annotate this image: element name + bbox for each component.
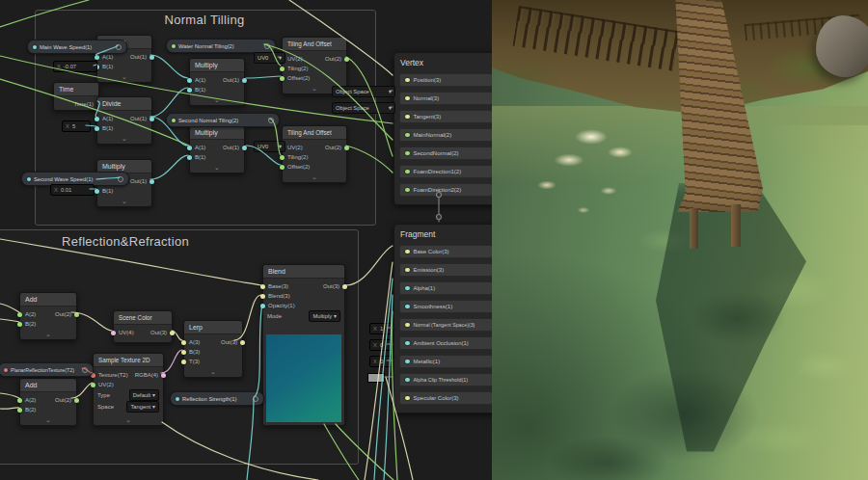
node-add-2[interactable]: Add A(2)Out(2) B(2) ⌄ [19,378,77,426]
collapse-chevron[interactable]: ⌄ [190,164,244,173]
node-tiling-and-offset-2[interactable]: Tiling And Offset UV(2)Out(2) Tiling(2) … [282,125,347,183]
vertex-port-position[interactable]: Position(3) [399,73,492,87]
node-graph-canvas[interactable]: Normal Tilling Reflection&Refraction Mai… [0,0,492,480]
node-sample-texture-2d[interactable]: Sample Texture 2D Texture(T2)RGBA(4) UV(… [93,353,164,426]
collapse-chevron[interactable]: ⌄ [283,173,346,182]
output-port[interactable] [253,396,258,402]
output-port[interactable] [170,331,175,335]
output-port[interactable] [149,179,154,184]
fragment-port-smoothness[interactable]: Smoothness(1) [399,300,492,313]
property-pill-water-normal-tiling[interactable]: Water Normal Tiling(2) [166,39,276,53]
collapse-chevron[interactable]: ⌄ [97,198,151,206]
property-pill-planar-reflection-texture[interactable]: PlanarReflectionTexture(T2) [0,362,94,377]
output-port[interactable] [240,340,245,345]
collapse-chevron[interactable]: ⌄ [94,416,163,425]
input-port[interactable] [17,322,22,327]
input-port[interactable] [187,155,192,160]
input-port[interactable] [187,88,192,93]
property-pill-main-wave-speed[interactable]: Main Wave Speed(1) [27,40,127,54]
ambient-occlusion-field[interactable]: X1 [369,323,393,334]
input-port[interactable] [260,284,265,289]
tangent-space-dropdown[interactable]: Object Space▾ [332,102,395,114]
vertex-port-main-normal[interactable]: MainNormal(2) [399,128,492,142]
collapse-chevron[interactable]: ⌄ [184,368,242,377]
fragment-port-metallic[interactable]: Metallic(1) [399,355,492,368]
output-port[interactable] [344,57,349,62]
node-divide[interactable]: Divide A(1)Out(1) B(1) ⌄ [96,96,152,145]
node-lerp[interactable]: Lerp A(3)Out(3) B(3) T(3) ⌄ [183,320,243,378]
node-multiply-2[interactable]: Multiply A(1)Out(1) B(1) ⌄ [189,58,245,106]
output-port[interactable] [344,146,349,150]
node-multiply-3[interactable]: Multiply A(1)Out(1) B(1) ⌄ [189,125,245,173]
output-port[interactable] [74,398,79,403]
vertex-port-tangent[interactable]: Tangent(3) [399,110,492,123]
input-port[interactable] [187,78,192,83]
collapse-chevron[interactable]: ⌄ [20,331,76,339]
node-time[interactable]: Time Time(1) [53,82,99,111]
output-port[interactable] [342,284,347,289]
normal-space-dropdown[interactable]: Tangent▾ [126,401,159,413]
metallic-field[interactable]: X0 [369,339,393,351]
node-blend[interactable]: Blend Base(3)Out(3) Blend(3) Opacity(1) … [262,264,345,426]
output-port[interactable] [82,367,88,373]
vertex-port-foam-direction-2[interactable]: FoamDirection2(2) [399,183,492,197]
master-node-vertex[interactable]: Vertex Position(3) Normal(3) Tangent(3) … [393,52,492,205]
divide-b-field[interactable]: X5 [62,120,91,132]
specular-color-swatch[interactable] [367,373,385,383]
fragment-port-specular-color[interactable]: Specular Color(3) [399,391,492,405]
output-port[interactable] [161,373,166,378]
output-port[interactable] [118,176,123,182]
output-port[interactable] [242,78,247,83]
input-port[interactable] [17,312,22,317]
input-port[interactable] [187,146,192,150]
output-port[interactable] [264,43,270,49]
output-port[interactable] [149,55,154,60]
fragment-port-emission[interactable]: Emission(3) [399,263,492,277]
input-port[interactable] [91,383,95,387]
texture-type-dropdown[interactable]: Default▾ [129,389,159,401]
property-pill-reflection-strength[interactable]: Reflection Strength(1) [170,391,264,406]
node-scene-color[interactable]: Scene Color UV(4)Out(3) [113,310,173,343]
multiply1-b-field[interactable]: X-0.07 [53,61,97,72]
node-add-1[interactable]: Add A(2)Out(2) B(2) ⌄ [19,292,77,340]
input-port[interactable] [95,126,99,131]
input-port[interactable] [95,55,99,60]
fragment-port-normal-tangent-space[interactable]: Normal (Tangent Space)(3) [399,318,492,332]
input-port[interactable] [280,76,285,81]
uv-channel-dropdown[interactable]: UV0▾ [254,141,285,152]
input-port[interactable] [280,165,285,170]
input-port[interactable] [181,340,186,345]
input-port[interactable] [280,67,285,71]
input-port[interactable] [260,304,265,308]
fragment-port-ambient-occlusion[interactable]: Ambient Occlusion(1) [399,336,492,350]
collapse-chevron[interactable]: ⌄ [190,96,244,105]
vertex-port-second-normal[interactable]: SecondNormal(2) [399,147,492,160]
input-port[interactable] [111,331,116,335]
vertex-port-normal[interactable]: Normal(3) [399,92,492,105]
input-port[interactable] [95,117,99,121]
blend-mode-dropdown[interactable]: Multiply▾ [309,310,340,322]
fragment-port-alpha[interactable]: Alpha(1) [399,281,492,295]
fragment-port-base-color[interactable]: Base Color(3) [399,245,492,258]
output-port[interactable] [268,118,274,123]
property-pill-second-normal-tiling[interactable]: Second Normal Tiling(2) [166,113,280,127]
input-port[interactable] [95,189,99,194]
fragment-port-alpha-clip-threshold[interactable]: Alpha Clip Threshold(1) [399,373,492,387]
input-port[interactable] [181,360,186,364]
collapse-chevron[interactable]: ⌄ [20,416,76,425]
input-port[interactable] [260,294,265,299]
master-node-fragment[interactable]: Fragment Base Color(3) Emission(3) Alpha… [393,224,492,413]
input-port[interactable] [181,350,186,355]
normal-space-dropdown[interactable]: Object Space▾ [332,86,395,97]
multiply4-b-field[interactable]: X0.01 [50,184,95,196]
input-port[interactable] [280,155,285,160]
input-port[interactable] [17,398,22,403]
uv-channel-dropdown[interactable]: UV0▾ [254,52,285,64]
output-port[interactable] [74,312,79,317]
input-port[interactable] [17,408,22,413]
output-port[interactable] [242,146,247,150]
collapse-chevron[interactable]: ⌄ [97,135,151,144]
alpha-clip-threshold-field[interactable]: X0 [369,356,393,367]
collapse-chevron[interactable]: ⌄ [97,73,151,82]
output-port[interactable] [149,117,154,121]
